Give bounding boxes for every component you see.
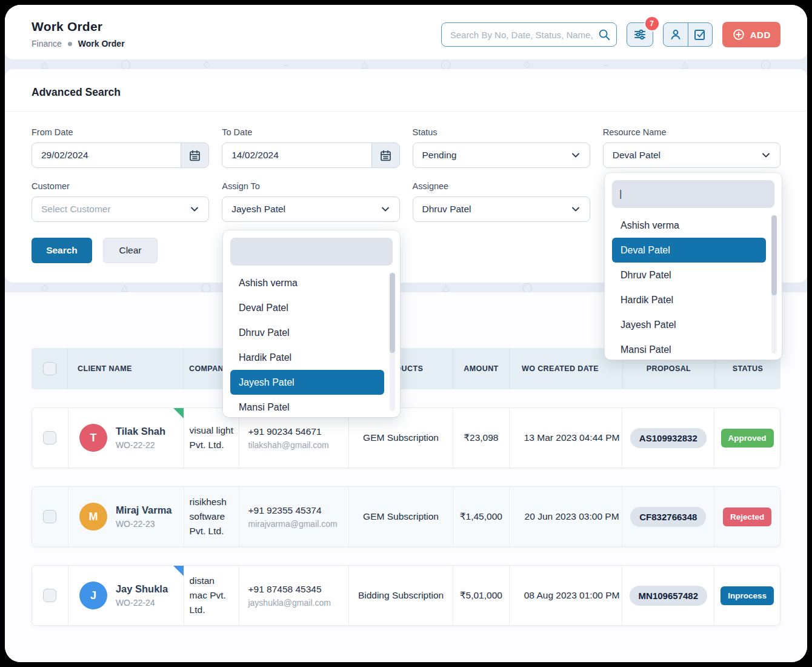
proposal-number[interactable]: MN109657482 <box>630 586 707 606</box>
from-date-calendar-button[interactable] <box>181 143 208 167</box>
dropdown-option[interactable]: Deval Patel <box>230 295 384 320</box>
breadcrumb-dot <box>68 42 72 46</box>
customer-select[interactable]: Select Customer <box>32 196 209 222</box>
status-select[interactable]: Pending <box>413 142 590 168</box>
filter-badge: 7 <box>645 17 659 30</box>
dropdown-option[interactable]: Mansi Patel <box>612 337 766 362</box>
filter-sliders-icon <box>633 27 647 42</box>
dropdown-option[interactable]: Dhruv Patel <box>230 320 384 345</box>
filter-button[interactable]: 7 <box>627 22 653 47</box>
status-badge: Inprocess <box>720 586 774 605</box>
avatar: J <box>79 582 107 609</box>
created-date-cell: 08 Aug 2023 01:00 PM <box>509 566 622 625</box>
resource-name-select[interactable]: Deval Patel <box>603 142 780 168</box>
search-button[interactable]: Search <box>32 238 92 263</box>
title-block: Work Order Finance Work Order <box>32 19 125 49</box>
divider <box>5 111 807 112</box>
client-email: mirajvarma@gmail.com <box>248 519 337 529</box>
work-order-number: WO-22-24 <box>116 598 168 608</box>
dropdown-option[interactable]: Mansi Patel <box>230 395 384 420</box>
user-view-button[interactable] <box>664 23 688 46</box>
dropdown-scrollbar[interactable] <box>390 273 395 411</box>
dropdown-option[interactable]: Ashish verma <box>612 213 766 238</box>
person-icon <box>668 27 683 42</box>
status-label: Status <box>413 127 590 137</box>
chevron-down-icon <box>188 203 201 215</box>
chevron-down-icon <box>760 149 772 161</box>
assign-to-dropdown-list: Ashish verma Deval Patel Dhruv Patel Har… <box>230 270 393 420</box>
assign-to-dropdown-search[interactable] <box>230 238 393 266</box>
row-checkbox[interactable] <box>43 431 56 444</box>
status-select-value: Pending <box>422 150 457 161</box>
resource-name-dropdown-panel: | Ashish verma Deval Patel Dhruv Patel H… <box>605 173 782 360</box>
top-controls: 7 ADD <box>441 22 780 47</box>
to-date-label: To Date <box>222 127 399 137</box>
client-identity: Jay Shukla WO-22-24 <box>116 583 168 608</box>
global-search <box>441 22 617 47</box>
select-all-checkbox[interactable] <box>43 362 56 375</box>
table-row[interactable]: T Tilak Shah WO-22-22 visual light Pvt. … <box>32 407 780 468</box>
amount-cell: ₹23,098 <box>453 408 509 468</box>
proposal-cell: AS109932832 <box>622 408 714 468</box>
dropdown-option[interactable]: Hardik Patel <box>612 287 766 312</box>
view-toggle-group <box>663 22 713 47</box>
to-date-input[interactable]: 14/02/2024 <box>222 142 399 168</box>
text-cursor: | <box>619 188 622 200</box>
advanced-search-title: Advanced Search <box>32 86 780 99</box>
breadcrumb-parent[interactable]: Finance <box>32 39 62 49</box>
proposal-number[interactable]: AS109932832 <box>630 428 707 448</box>
dropdown-option[interactable]: Jayesh Patel <box>612 312 766 337</box>
plus-circle-icon <box>732 28 745 41</box>
dropdown-option[interactable]: Hardik Patel <box>230 345 384 370</box>
amount-cell: ₹5,01,000 <box>453 566 509 625</box>
table-row[interactable]: M Miraj Varma WO-22-23 risikhesh softwar… <box>32 486 780 547</box>
to-date-calendar-button[interactable] <box>371 143 399 167</box>
from-date-input[interactable]: 29/02/2024 <box>32 142 209 168</box>
customer-field: Customer Select Customer <box>32 181 209 222</box>
resource-name-dropdown-search[interactable]: | <box>612 180 774 208</box>
table-row[interactable]: J Jay Shukla WO-22-24 distan mac Pvt. Lt… <box>32 565 780 626</box>
breadcrumb-current: Work Order <box>78 39 125 49</box>
dropdown-option[interactable]: Dhruv Patel <box>612 263 766 287</box>
row-checkbox-cell <box>32 487 68 546</box>
client-phone: +91 87458 45345 <box>248 584 321 595</box>
proposal-cell: CF832766348 <box>622 487 714 546</box>
proposal-number[interactable]: CF832766348 <box>630 507 706 527</box>
status-cell: Rejected <box>714 487 780 546</box>
contact-cell: +91 87458 45345 jayshukla@gmail.com <box>239 566 348 625</box>
created-date-cell: 13 Mar 2023 04:44 PM <box>509 408 622 468</box>
header-select-all <box>32 348 67 389</box>
assignee-select-value: Dhruv Patel <box>422 204 471 215</box>
calendar-icon <box>379 149 392 162</box>
proposal-cell: MN109657482 <box>622 566 714 625</box>
client-identity: Miraj Varma WO-22-23 <box>116 504 172 529</box>
dropdown-scrollbar-thumb[interactable] <box>390 273 395 353</box>
row-checkbox[interactable] <box>43 589 56 602</box>
dropdown-scrollbar[interactable] <box>771 215 777 354</box>
dropdown-scrollbar-thumb[interactable] <box>771 215 777 295</box>
row-corner-flag <box>173 487 184 497</box>
row-checkbox[interactable] <box>43 510 56 523</box>
client-cell: J Jay Shukla WO-22-24 <box>68 566 184 625</box>
work-order-number: WO-22-22 <box>116 440 165 450</box>
global-search-input[interactable] <box>441 22 617 47</box>
dropdown-option-selected[interactable]: Jayesh Patel <box>230 370 384 395</box>
task-view-button[interactable] <box>688 23 712 46</box>
company-cell: distan mac Pvt. Ltd. <box>184 566 239 625</box>
resource-name-label: Resource Name <box>603 127 780 137</box>
add-button[interactable]: ADD <box>722 22 780 47</box>
resource-name-select-value: Deval Patel <box>613 150 661 161</box>
assign-to-select[interactable]: Jayesh Patel <box>222 196 399 222</box>
assignee-select[interactable]: Dhruv Patel <box>413 196 590 222</box>
dropdown-option[interactable]: Ashish verma <box>230 270 384 295</box>
created-date-cell: 20 Jun 2023 03:00 PM <box>509 487 622 546</box>
avatar: T <box>79 424 107 452</box>
clear-button[interactable]: Clear <box>103 238 158 263</box>
client-cell: T Tilak Shah WO-22-22 <box>68 408 184 468</box>
dropdown-option-selected[interactable]: Deval Patel <box>612 238 766 263</box>
calendar-icon <box>188 149 201 162</box>
breadcrumb: Finance Work Order <box>32 39 125 49</box>
customer-select-placeholder: Select Customer <box>41 204 111 215</box>
assign-to-dropdown-panel: Ashish verma Deval Patel Dhruv Patel Har… <box>223 230 400 417</box>
resource-name-field: Resource Name Deval Patel <box>603 127 780 168</box>
